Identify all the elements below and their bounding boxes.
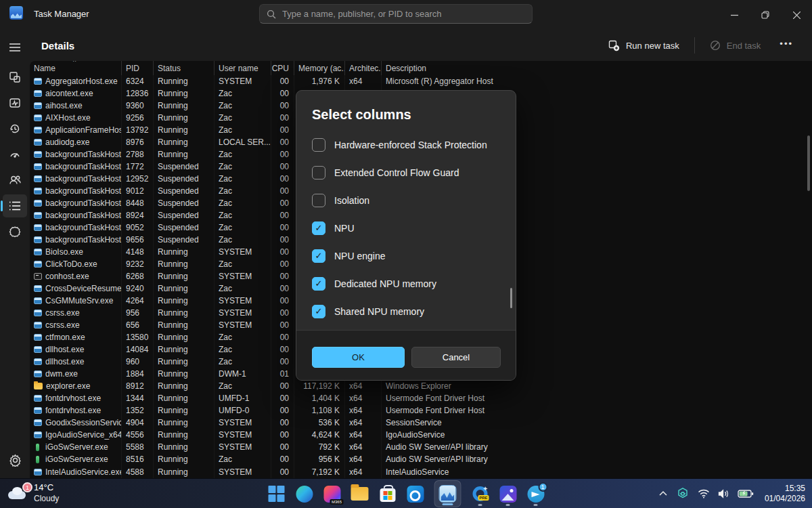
end-task-button[interactable]: End task <box>704 36 767 55</box>
close-button[interactable] <box>781 0 812 30</box>
taskbar-item-photos[interactable] <box>499 484 517 504</box>
sidebar-item-performance[interactable] <box>3 91 27 114</box>
column-header-pid[interactable]: PID <box>122 61 154 75</box>
cell-pid: 9360 <box>122 100 154 112</box>
table-row[interactable]: IgoAudioService_x64... 4556 Running SYST… <box>30 429 812 441</box>
column-header-cpu[interactable]: CPU <box>271 61 294 75</box>
checkbox-unchecked[interactable] <box>312 138 325 152</box>
volume-icon[interactable] <box>718 489 729 499</box>
table-row[interactable]: fontdrvhost.exe 1344 Running UMFD-1 00 1… <box>30 392 812 404</box>
taskbar-item-telegram[interactable]: 1 <box>527 484 545 504</box>
battery-icon[interactable] <box>738 489 754 499</box>
task-manager-app-icon <box>9 6 23 20</box>
process-icon <box>34 469 42 475</box>
end-task-icon <box>710 40 721 51</box>
minimize-button[interactable] <box>719 0 750 30</box>
sidebar-item-startup-apps[interactable] <box>3 143 27 166</box>
column-option-row[interactable]: ✓ NPU <box>312 214 506 242</box>
sidebar-item-details[interactable] <box>3 194 27 217</box>
taskbar-item-m365-copilot[interactable]: M365 <box>323 484 341 504</box>
weather-widget[interactable]: 1 14°C Cloudy <box>7 482 59 505</box>
cell-name: ClickToDo.exe <box>30 258 122 270</box>
cell-user: Zac <box>215 100 271 112</box>
table-row[interactable]: fontdrvhost.exe 1352 Running UMFD-0 00 1… <box>30 404 812 417</box>
table-row[interactable]: iGoSwServer.exe 8516 Running Zac 00 956 … <box>30 453 812 465</box>
start-button[interactable] <box>268 484 286 504</box>
weather-condition: Cloudy <box>34 493 59 505</box>
hamburger-menu-button[interactable] <box>3 36 27 59</box>
select-columns-dialog: Select columns Hardware-enforced Stack P… <box>296 90 516 381</box>
process-icon <box>36 444 39 451</box>
taskbar-item-file-explorer[interactable] <box>351 484 369 504</box>
cell-status: Running <box>154 417 215 429</box>
sidebar <box>0 30 30 478</box>
table-scrollbar[interactable] <box>807 135 810 191</box>
cell-status: Running <box>154 380 215 392</box>
column-header-architecture[interactable]: Architec... <box>345 61 382 75</box>
sidebar-item-app-history[interactable] <box>3 117 27 140</box>
cell-name: AggregatorHost.exe <box>30 75 122 87</box>
column-header-memory[interactable]: Memory (ac... <box>294 61 345 75</box>
process-icon <box>34 78 42 85</box>
tray-app-icon[interactable] <box>676 487 690 501</box>
m365-badge: M365 <box>330 499 343 505</box>
dialog-column-options: Hardware-enforced Stack Protection Exten… <box>312 131 506 325</box>
restore-button[interactable] <box>750 0 781 30</box>
settings-button[interactable] <box>3 448 27 471</box>
checkbox-checked[interactable]: ✓ <box>312 277 325 291</box>
checkbox-unchecked[interactable] <box>312 194 325 207</box>
taskbar-item-outlook[interactable] <box>407 484 424 504</box>
table-row[interactable]: AggregatorHost.exe 6324 Running SYSTEM 0… <box>30 75 812 87</box>
taskbar-item-edge[interactable] <box>296 484 313 504</box>
table-row[interactable]: IntelAudioService.exe 4588 Running SYSTE… <box>30 466 812 478</box>
column-header-status[interactable]: Status <box>154 61 215 75</box>
taskbar-item-edge-preview[interactable]: ✦PRE <box>472 484 489 504</box>
sidebar-item-users[interactable] <box>3 169 27 192</box>
checkbox-unchecked[interactable] <box>312 166 325 179</box>
cell-name: IgoAudioService_x64... <box>30 429 122 441</box>
cell-user: DWM-1 <box>215 368 271 380</box>
cell-name: backgroundTaskHost... <box>30 185 122 197</box>
more-options-button[interactable]: ••• <box>775 39 800 53</box>
ok-button[interactable]: OK <box>312 347 405 368</box>
search-input[interactable]: Type a name, publisher, or PID to search <box>259 4 533 24</box>
process-icon <box>34 163 42 170</box>
cell-memory: 117,192 K <box>294 380 345 392</box>
column-header-description[interactable]: Description <box>382 61 812 75</box>
cell-status: Running <box>154 295 215 307</box>
cell-pid: 4588 <box>122 466 154 478</box>
checkbox-checked[interactable]: ✓ <box>312 305 325 318</box>
taskbar-item-store[interactable] <box>379 484 397 504</box>
cell-pid: 656 <box>122 319 154 331</box>
checkbox-checked[interactable]: ✓ <box>312 221 325 235</box>
table-row[interactable]: explorer.exe 8912 Running Zac 00 117,192… <box>30 380 812 392</box>
sidebar-item-services[interactable] <box>3 220 27 243</box>
process-icon <box>34 322 42 329</box>
tray-chevron-up-icon[interactable] <box>658 490 668 498</box>
table-row[interactable]: iGoSwServer.exe 5588 Running SYSTEM 00 7… <box>30 441 812 453</box>
process-icon <box>34 200 42 207</box>
cancel-button[interactable]: Cancel <box>411 347 501 368</box>
cell-user: Zac <box>215 185 271 197</box>
sidebar-item-processes[interactable] <box>3 66 27 89</box>
column-option-row[interactable]: ✓ Dedicated NPU memory <box>312 270 506 297</box>
run-new-task-button[interactable]: Run new task <box>603 36 685 56</box>
column-option-row[interactable]: ✓ NPU engine <box>312 242 506 270</box>
column-option-row[interactable]: Hardware-enforced Stack Protection <box>312 131 506 158</box>
column-option-row[interactable]: Isolation <box>312 186 506 214</box>
column-header-user[interactable]: User name <box>215 61 271 75</box>
dialog-scrollbar[interactable] <box>510 288 512 308</box>
cell-status: Running <box>154 148 215 161</box>
cell-cpu: 00 <box>271 331 294 343</box>
table-header: ^ Name PID Status User name CPU Memory (… <box>30 61 812 75</box>
taskbar-clock[interactable]: 15:35 01/04/2026 <box>765 484 805 504</box>
column-option-row[interactable]: Extended Control Flow Guard <box>312 158 506 186</box>
checkbox-checked[interactable]: ✓ <box>312 249 325 263</box>
table-row[interactable]: GoodixSessionServic... 4904 Running SYST… <box>30 417 812 429</box>
wifi-icon[interactable] <box>698 489 710 499</box>
cell-user: Zac <box>215 258 271 270</box>
column-option-row[interactable]: ✓ Shared NPU memory <box>312 297 506 325</box>
cell-description: Audio SW Server/API library <box>382 453 812 465</box>
cell-status: Suspended <box>154 161 215 173</box>
taskbar-item-task-manager-active[interactable] <box>434 480 461 507</box>
